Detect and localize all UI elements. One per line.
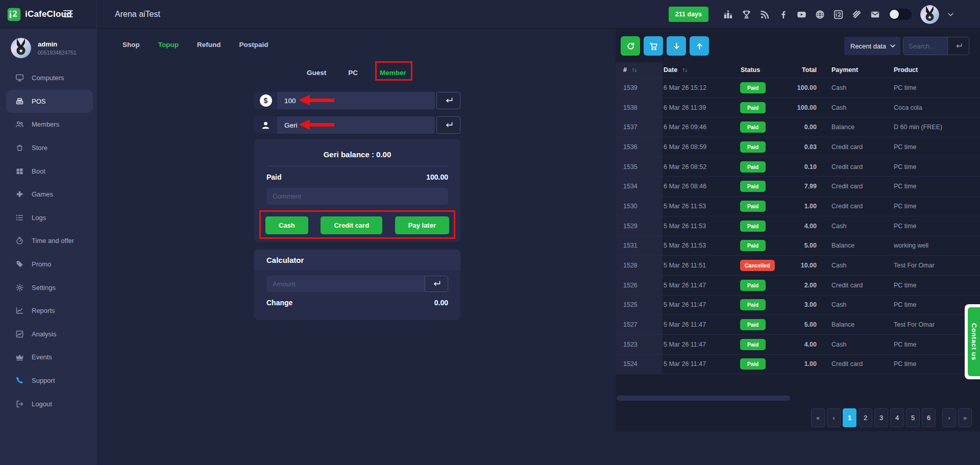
status-badge: Paid — [740, 221, 766, 232]
tag-icon — [15, 260, 24, 268]
pay-buttons-row: CashCredit cardPay later — [265, 216, 449, 234]
hamburger-menu-icon[interactable] — [63, 10, 73, 19]
rss-icon[interactable] — [760, 10, 770, 19]
page-button-2[interactable]: 2 — [859, 408, 872, 427]
cell-total: 1.00 — [794, 203, 821, 210]
logout-icon — [15, 400, 24, 408]
table-row[interactable]: 15376 Mar 26 09:46Paid0.00BalanceD 60 mi… — [616, 117, 980, 137]
status-badge: Paid — [740, 161, 766, 173]
sidebar-item-logs[interactable]: Logs — [0, 206, 97, 230]
table-horizontal-scrollbar[interactable] — [617, 396, 790, 401]
column-header-date[interactable]: Date — [663, 66, 739, 74]
sort-icon[interactable] — [682, 67, 688, 73]
facebook-icon[interactable] — [778, 10, 788, 19]
sidebar-item-pos[interactable]: POS — [6, 90, 93, 113]
youtube-icon[interactable] — [797, 10, 806, 19]
sidebar-item-computers[interactable]: Computers — [0, 66, 97, 90]
status-badge: Paid — [740, 280, 766, 291]
table-row[interactable]: 15386 Mar 26 11:39Paid100.00CashCoca col… — [616, 98, 980, 118]
sidebar-item-logout[interactable]: Logout — [0, 392, 97, 415]
page-nav-button[interactable]: ‹ — [827, 408, 841, 427]
table-row[interactable]: 15346 Mar 26 08:46Paid7.99Credit cardPC … — [616, 177, 980, 197]
cell-total: 3.00 — [794, 301, 821, 308]
podium-icon[interactable] — [723, 10, 733, 19]
table-row[interactable]: 15396 Mar 26 15:12Paid100.00CashPC time — [616, 78, 980, 98]
page-button-1[interactable]: 1 — [843, 408, 856, 427]
sidebar-user-block[interactable]: ★ admin 0051934824751 — [0, 29, 97, 59]
cash-button[interactable]: Cash — [265, 216, 308, 234]
cell-total: 100.00 — [794, 84, 821, 91]
table-row[interactable]: 15255 Mar 26 11:47Paid3.00CashPC time — [616, 296, 980, 315]
tab-shop[interactable]: Shop — [121, 40, 141, 50]
sidebar-item-store[interactable]: Store — [0, 136, 97, 160]
table-row[interactable]: 15285 Mar 26 11:51Cancelled10.00CashTest… — [616, 256, 980, 276]
cell-total: 5.00 — [794, 242, 821, 249]
refresh-button[interactable] — [621, 36, 640, 56]
table-row[interactable]: 15305 Mar 26 11:53Paid1.00Credit cardPC … — [616, 197, 980, 216]
sidebar-item-support[interactable]: Support — [0, 369, 97, 393]
table-row[interactable]: 15275 Mar 26 11:47Paid5.00BalanceTest Fo… — [616, 315, 980, 335]
theme-toggle[interactable] — [889, 9, 912, 20]
sidebar-item-promo[interactable]: Promo — [0, 253, 97, 276]
page-button-4[interactable]: 4 — [890, 408, 904, 427]
comment-input[interactable] — [266, 188, 448, 205]
search-enter-button[interactable] — [947, 37, 969, 55]
page-nav-button[interactable]: « — [811, 408, 825, 427]
subtab-guest[interactable]: Guest — [307, 69, 326, 77]
page-button-3[interactable]: 3 — [874, 408, 888, 427]
subtab-pc[interactable]: PC — [348, 69, 358, 77]
member-enter-button[interactable] — [436, 116, 460, 134]
sidebar-item-members[interactable]: Members — [0, 113, 97, 136]
sidebar-item-boot[interactable]: Boot — [0, 159, 97, 183]
table-row[interactable]: 15366 Mar 26 08:59Paid0.03Credit cardPC … — [616, 137, 980, 157]
topbar-right-cluster: 211 days ★ — [669, 0, 953, 29]
page-button-5[interactable]: 5 — [906, 408, 920, 427]
tab-topup[interactable]: Topup — [157, 40, 180, 50]
calculator-enter-button[interactable] — [425, 276, 448, 292]
table-row[interactable]: 15295 Mar 26 11:53Paid4.00CashPC time — [616, 216, 980, 236]
page-nav-button[interactable]: › — [942, 408, 956, 427]
table-row[interactable]: 15356 Mar 26 08:52Paid0.10Credit cardPC … — [616, 157, 980, 177]
topup-amount-input[interactable] — [277, 92, 435, 109]
sidebar-item-reports[interactable]: Reports — [0, 299, 97, 323]
user-avatar[interactable]: ★ — [920, 5, 939, 24]
sidebar-item-time-and-offer[interactable]: Time and offer — [0, 229, 97, 253]
table-row[interactable]: 15265 Mar 26 11:47Paid2.00Credit cardPC … — [616, 276, 980, 296]
icafe-logo-icon[interactable] — [834, 10, 843, 19]
globe-icon[interactable] — [815, 10, 825, 19]
table-row[interactable]: 15245 Mar 26 11:47Paid1.00Credit cardPC … — [616, 355, 980, 375]
page-button-6[interactable]: 6 — [922, 408, 936, 427]
cart-button[interactable] — [644, 36, 663, 56]
member-balance-title: Geri balance : 0.00 — [254, 139, 460, 159]
amount-enter-button[interactable] — [436, 92, 460, 109]
column-header-id[interactable]: # — [616, 62, 663, 78]
subtab-member[interactable]: Member — [380, 69, 406, 77]
cell-payment: Cash — [821, 262, 887, 269]
table-row[interactable]: 15315 Mar 26 11:53Paid5.00Balanceworking… — [616, 236, 980, 256]
chart-box-icon — [15, 330, 24, 338]
arrow-up-button[interactable] — [690, 36, 709, 56]
contact-us-button[interactable]: Contact us — [968, 307, 980, 376]
mail-icon[interactable] — [870, 10, 880, 19]
sidebar-item-analysis[interactable]: Analysis — [0, 323, 97, 346]
member-name-input[interactable] — [277, 116, 435, 134]
pay-later-button[interactable]: Pay later — [395, 216, 449, 234]
cell-date: 5 Mar 26 11:47 — [663, 301, 739, 308]
page-nav-button[interactable]: » — [958, 408, 972, 427]
sidebar-item-settings[interactable]: Settings — [0, 276, 97, 299]
credit-card-button[interactable]: Credit card — [321, 216, 382, 234]
sidebar-item-games[interactable]: Games — [0, 183, 97, 206]
sidebar-item-events[interactable]: Events — [0, 346, 97, 369]
arrow-down-button[interactable] — [667, 36, 686, 56]
sort-icon[interactable] — [631, 67, 638, 73]
tab-postpaid[interactable]: Postpaid — [238, 40, 269, 50]
trophy-icon[interactable] — [742, 10, 751, 19]
search-input[interactable] — [903, 37, 947, 55]
recent-data-select[interactable]: Recent data — [844, 37, 900, 55]
calculator-amount-input[interactable] — [266, 276, 425, 292]
tab-refund[interactable]: Refund — [196, 40, 222, 50]
chevron-down-icon[interactable] — [948, 13, 953, 16]
layers-icon[interactable] — [852, 10, 862, 19]
table-row[interactable]: 15235 Mar 26 11:47Paid4.00CashPC time — [616, 335, 980, 355]
days-remaining-badge[interactable]: 211 days — [669, 7, 708, 22]
